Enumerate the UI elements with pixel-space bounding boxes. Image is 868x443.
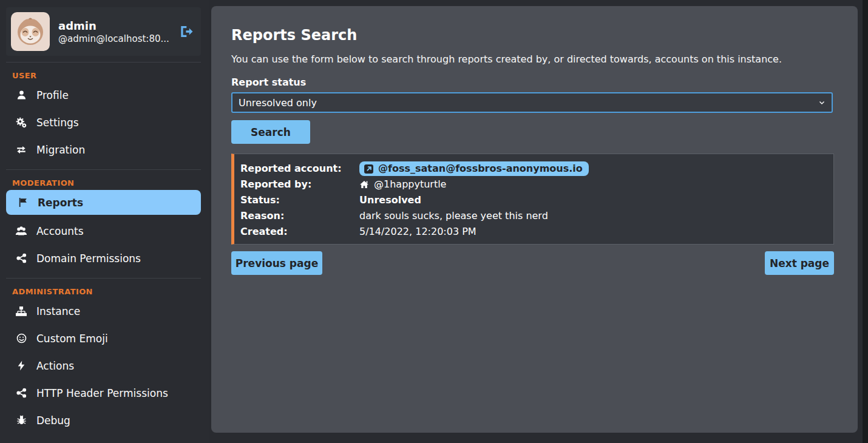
row-label: Status: <box>240 192 359 208</box>
report-status-value: Unresolved <box>359 192 421 208</box>
scrollbar-track[interactable] <box>863 0 868 443</box>
report-row-created: Created: 5/14/2022, 12:20:03 PM <box>240 224 825 240</box>
swap-arrows-icon <box>15 144 28 155</box>
share-nodes-icon <box>15 253 28 263</box>
sidebar-item-label: Actions <box>36 360 74 372</box>
report-row-reported-by: Reported by: @1happyturtle <box>240 177 825 192</box>
sidebar-item-label: HTTP Header Permissions <box>36 387 168 399</box>
divider <box>6 62 201 63</box>
sidebar: admin @admin@localhost:80... USER Profil… <box>0 0 209 443</box>
reports-search-panel: Reports Search You can use the form belo… <box>211 6 858 433</box>
chevron-down-icon <box>818 99 826 106</box>
sidebar-item-custom-emoji[interactable]: Custom Emoji <box>0 325 209 352</box>
user-names: admin @admin@localhost:80... <box>58 19 171 44</box>
report-created-value: 5/14/2022, 12:20:03 PM <box>359 224 476 240</box>
row-label: Created: <box>240 224 359 240</box>
report-status-label: Report status <box>231 76 833 88</box>
pagination: Previous page Next page <box>231 251 834 275</box>
home-icon <box>359 180 369 189</box>
share-nodes-icon <box>15 388 28 398</box>
sloth-avatar <box>11 12 50 51</box>
row-label: Reported by: <box>240 177 359 192</box>
row-label: Reported account: <box>240 161 359 177</box>
users-icon <box>15 226 28 237</box>
sidebar-item-label: Accounts <box>36 225 84 237</box>
bolt-icon <box>15 360 28 371</box>
divider <box>6 278 201 279</box>
previous-page-button[interactable]: Previous page <box>231 251 322 275</box>
section-header-user: USER <box>12 71 209 80</box>
reported-by-handle: @1happyturtle <box>374 177 446 192</box>
sitemap-icon <box>15 306 28 316</box>
sidebar-item-label: Profile <box>36 89 69 101</box>
reported-account-link[interactable]: @foss_satan@fossbros-anonymous.io <box>359 161 589 176</box>
report-card[interactable]: Reported account: @foss_satan@fossbros-a… <box>231 154 834 245</box>
sidebar-item-label: Instance <box>36 305 80 317</box>
sidebar-item-reports[interactable]: Reports <box>6 190 201 215</box>
user-icon <box>15 90 28 100</box>
report-row-status: Status: Unresolved <box>240 192 825 208</box>
sidebar-item-accounts[interactable]: Accounts <box>0 217 209 245</box>
flag-icon <box>16 197 29 208</box>
sidebar-item-actions[interactable]: Actions <box>0 352 209 379</box>
sidebar-item-debug[interactable]: Debug <box>0 407 209 434</box>
user-handle: @admin@localhost:80... <box>58 33 171 44</box>
sidebar-item-label: Reports <box>38 197 83 209</box>
report-row-reported-account: Reported account: @foss_satan@fossbros-a… <box>240 161 825 177</box>
sidebar-item-label: Settings <box>36 117 79 129</box>
report-status-selected-value: Unresolved only <box>239 97 818 109</box>
gears-icon <box>15 117 28 128</box>
report-status-select[interactable]: Unresolved only <box>231 92 833 113</box>
page-title: Reports Search <box>231 27 833 44</box>
sign-out-icon[interactable] <box>179 24 196 39</box>
divider <box>6 169 201 170</box>
sidebar-item-profile[interactable]: Profile <box>0 81 209 109</box>
sidebar-item-label: Domain Permissions <box>36 252 141 265</box>
sidebar-item-migration[interactable]: Migration <box>0 136 209 163</box>
user-card[interactable]: admin @admin@localhost:80... <box>6 7 201 56</box>
report-row-reason: Reason: dark souls sucks, please yeet th… <box>240 208 825 224</box>
sidebar-item-http-header-permissions[interactable]: HTTP Header Permissions <box>0 379 209 407</box>
section-header-administration: ADMINISTRATION <box>12 287 209 296</box>
report-reason-value: dark souls sucks, please yeet this nerd <box>359 208 548 224</box>
sidebar-item-label: Debug <box>36 414 70 427</box>
row-label: Reason: <box>240 208 359 224</box>
smiley-icon <box>15 333 28 343</box>
sidebar-item-domain-permissions[interactable]: Domain Permissions <box>0 245 209 272</box>
reported-account-handle: @foss_satan@fossbros-anonymous.io <box>378 161 583 177</box>
next-page-button[interactable]: Next page <box>765 251 834 275</box>
section-header-moderation: MODERATION <box>12 178 209 188</box>
sidebar-item-settings[interactable]: Settings <box>0 109 209 136</box>
bug-icon <box>15 415 28 425</box>
search-button[interactable]: Search <box>231 120 310 144</box>
sidebar-item-instance[interactable]: Instance <box>0 297 209 325</box>
page-description: You can use the form below to search thr… <box>231 53 833 65</box>
sidebar-item-label: Custom Emoji <box>36 333 108 345</box>
user-display-name: admin <box>58 19 171 33</box>
external-link-icon <box>364 164 374 174</box>
sidebar-item-label: Migration <box>36 144 85 156</box>
